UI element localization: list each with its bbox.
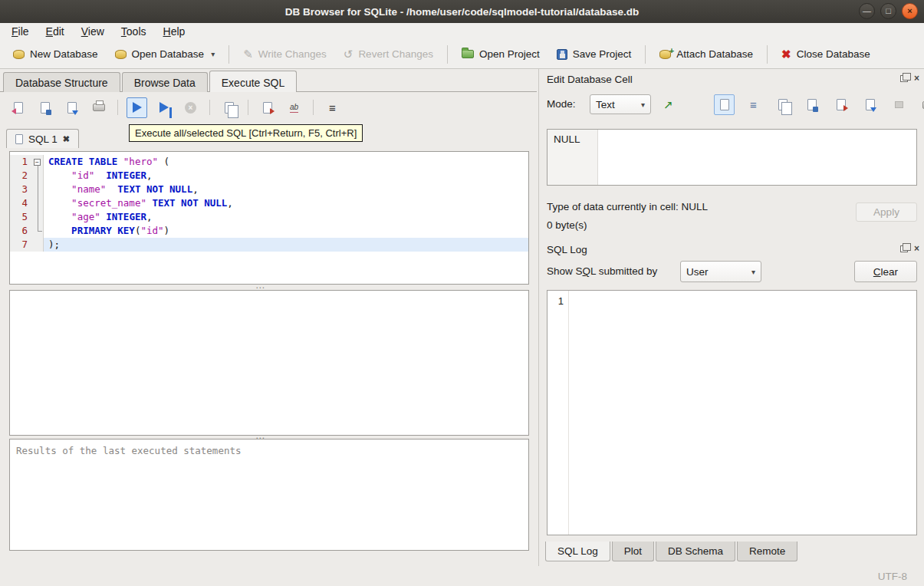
- side-panels: Edit Database Cell × Mode: Text ▾ ↗ ≡ NU…: [539, 69, 924, 566]
- log-line-number: 1: [547, 291, 569, 535]
- execute-tooltip: Execute all/selected SQL [Ctrl+Return, F…: [129, 124, 363, 142]
- open-sql-file-icon: [14, 102, 23, 114]
- tab-plot[interactable]: Plot: [612, 542, 654, 561]
- sql-tab[interactable]: SQL 1 ✖: [6, 129, 79, 148]
- code-line[interactable]: 1−CREATE TABLE "hero" (: [10, 155, 528, 169]
- sql-log-title: SQL Log: [547, 244, 587, 255]
- code-line[interactable]: 3 "name" TEXT NOT NULL,: [10, 183, 528, 196]
- save-sql-file-as-button[interactable]: [61, 97, 82, 118]
- export-icon: [837, 99, 846, 110]
- menu-file[interactable]: File: [3, 24, 38, 39]
- tab-execute-sql[interactable]: Execute SQL: [209, 71, 298, 92]
- results-grid[interactable]: [9, 290, 529, 436]
- tab-remote[interactable]: Remote: [737, 542, 797, 561]
- button-label: Write Changes: [258, 48, 327, 60]
- sql-log-view[interactable]: 1: [547, 290, 917, 535]
- menu-tools[interactable]: Tools: [113, 24, 155, 39]
- execute-all-button[interactable]: [127, 97, 147, 118]
- stop-icon: ×: [185, 102, 196, 114]
- log-filter-select[interactable]: User ▾: [680, 261, 761, 282]
- chevron-down-icon: ▾: [751, 268, 755, 276]
- attach-database-button[interactable]: + Attach Database: [653, 44, 760, 64]
- save-cell-button[interactable]: [801, 94, 822, 115]
- open-database-button[interactable]: Open Database ▾: [108, 44, 222, 64]
- menu-edit[interactable]: Edit: [38, 24, 73, 39]
- tab-sql-log[interactable]: SQL Log: [545, 542, 610, 561]
- save-project-button[interactable]: Save Project: [550, 44, 639, 64]
- menu-help[interactable]: Help: [155, 24, 194, 39]
- code-line[interactable]: 7);: [10, 238, 528, 252]
- button-label: New Database: [30, 48, 98, 60]
- close-panel-icon[interactable]: ×: [914, 244, 919, 253]
- minimize-button[interactable]: —: [859, 3, 875, 19]
- open-project-button[interactable]: Open Project: [455, 44, 547, 64]
- revert-changes-icon: ↺: [344, 48, 353, 60]
- menu-label: ools: [127, 25, 146, 38]
- button-label: Open Database: [132, 48, 205, 60]
- close-panel-icon[interactable]: ×: [914, 74, 919, 83]
- button-label: Save Project: [573, 48, 632, 60]
- code-line[interactable]: 6 PRIMARY KEY("id"): [10, 224, 528, 238]
- text-mode-button[interactable]: [714, 94, 735, 115]
- stop-execution-button: ×: [180, 97, 201, 118]
- save-results-button[interactable]: [219, 97, 239, 118]
- save-project-icon: [557, 49, 567, 60]
- import-icon: [866, 99, 875, 110]
- format-sql-button[interactable]: ≡: [322, 97, 343, 118]
- print-sql-button[interactable]: [88, 97, 109, 118]
- revert-changes-button: ↺ Revert Changes: [337, 44, 440, 64]
- button-label: Open Project: [479, 48, 540, 60]
- copy-cell-button[interactable]: [772, 94, 793, 115]
- menu-label: iew: [88, 25, 104, 38]
- code-line[interactable]: 2 "id" INTEGER,: [10, 169, 528, 183]
- print-cell-button[interactable]: [918, 94, 924, 115]
- fold-guide: [38, 166, 38, 231]
- minimize-icon: —: [863, 7, 871, 15]
- toolbar-separator: [645, 45, 646, 64]
- fold-guide: [38, 231, 42, 232]
- tab-database-structure[interactable]: Database Structure: [3, 72, 120, 92]
- import-cell-button[interactable]: [860, 94, 880, 115]
- float-panel-icon[interactable]: [900, 75, 908, 82]
- code-line[interactable]: 5 "age" INTEGER,: [10, 210, 528, 224]
- code-text: PRIMARY KEY("id"): [44, 224, 528, 238]
- button-label: Revert Changes: [358, 48, 433, 60]
- line-number: 1: [10, 155, 31, 169]
- print-icon: [93, 104, 105, 111]
- mode-select[interactable]: Text ▾: [590, 94, 651, 114]
- sql-toolbar: × ab ≡: [8, 95, 343, 120]
- text-mode-icon: [720, 99, 729, 110]
- close-button[interactable]: ×: [902, 3, 918, 19]
- tab-browse-data[interactable]: Browse Data: [122, 72, 208, 92]
- line-number: 3: [10, 183, 31, 196]
- open-database-dropdown-icon[interactable]: ▾: [211, 50, 215, 58]
- menu-label: T: [121, 25, 127, 38]
- sql-tab-close-icon[interactable]: ✖: [63, 134, 70, 144]
- export-csv-button[interactable]: [257, 97, 278, 118]
- open-external-icon: ↗: [663, 99, 673, 110]
- menu-view[interactable]: View: [73, 24, 113, 39]
- sql-editor[interactable]: 1−CREATE TABLE "hero" (2 "id" INTEGER,3 …: [9, 151, 529, 285]
- tab-db-schema[interactable]: DB Schema: [656, 542, 735, 561]
- open-database-icon: [115, 50, 127, 59]
- close-database-button[interactable]: ✖ Close Database: [774, 44, 877, 64]
- code-text: "name" TEXT NOT NULL,: [44, 183, 528, 196]
- float-panel-icon[interactable]: [900, 245, 908, 252]
- new-database-button[interactable]: New Database: [6, 44, 105, 64]
- execute-all-icon: [133, 102, 142, 113]
- export-cell-button[interactable]: [830, 94, 851, 115]
- edit-cell-title: Edit Database Cell: [547, 74, 633, 85]
- save-sql-file-button[interactable]: [35, 97, 55, 118]
- open-external-button[interactable]: ↗: [658, 94, 679, 115]
- code-text: CREATE TABLE "hero" (: [44, 155, 528, 169]
- word-wrap-button[interactable]: ≡: [743, 94, 764, 115]
- cell-editor[interactable]: NULL: [547, 129, 917, 186]
- maximize-button[interactable]: □: [880, 3, 896, 19]
- code-line[interactable]: 4 "secret_name" TEXT NOT NULL,: [10, 196, 528, 210]
- find-replace-button[interactable]: ab: [284, 97, 304, 118]
- open-sql-file-button[interactable]: [8, 97, 28, 118]
- fold-toggle-icon[interactable]: −: [34, 159, 41, 166]
- execute-current-line-button[interactable]: [153, 97, 174, 118]
- clear-log-button[interactable]: Clear: [854, 261, 917, 282]
- write-changes-button: ✎ Write Changes: [236, 44, 334, 64]
